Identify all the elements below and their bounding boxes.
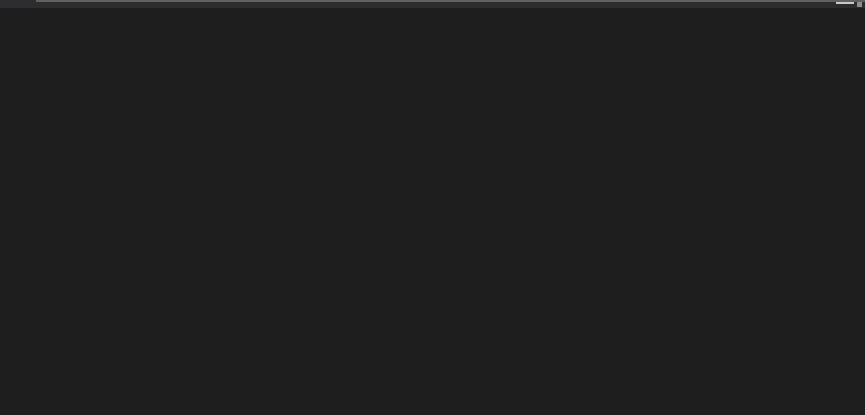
code-editor [0,0,865,415]
code-area[interactable] [0,0,865,415]
